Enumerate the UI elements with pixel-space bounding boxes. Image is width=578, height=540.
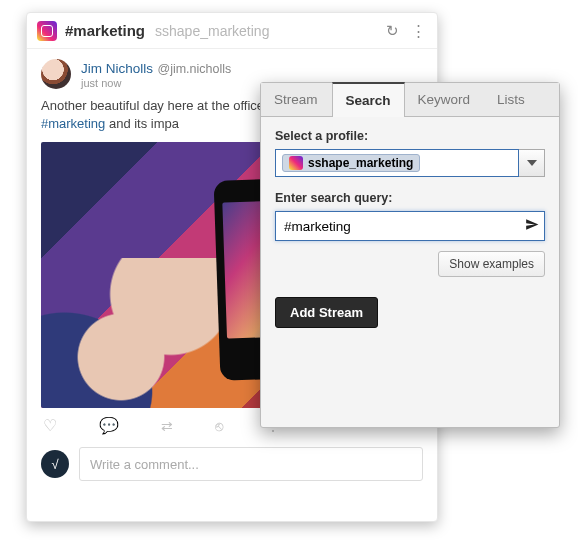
query-label: Enter search query: xyxy=(275,191,545,205)
feed-title: #marketing xyxy=(65,22,145,39)
stream-config-panel: Stream Search Keyword Lists Select a pro… xyxy=(260,82,560,428)
brand-avatar[interactable]: √ xyxy=(41,450,69,478)
author-name[interactable]: Jim Nicholls xyxy=(81,61,153,76)
feed-header: #marketing sshape_marketing ↻ ⋮ xyxy=(27,13,437,49)
add-stream-button[interactable]: Add Stream xyxy=(275,297,378,328)
chevron-down-icon[interactable] xyxy=(519,149,545,177)
instagram-icon xyxy=(37,21,57,41)
tab-keyword[interactable]: Keyword xyxy=(405,83,485,116)
more-icon[interactable]: ⋮ xyxy=(409,22,427,40)
repost-icon[interactable]: ⇄ xyxy=(161,418,173,434)
profile-select[interactable]: sshape_marketing xyxy=(275,149,545,177)
instagram-icon xyxy=(289,156,303,170)
comment-icon[interactable]: 💬 xyxy=(99,416,119,435)
show-examples-button[interactable]: Show examples xyxy=(438,251,545,277)
tab-search[interactable]: Search xyxy=(332,82,405,117)
comment-input[interactable] xyxy=(79,447,423,481)
avatar[interactable] xyxy=(41,59,71,89)
tab-stream[interactable]: Stream xyxy=(261,83,332,116)
like-icon[interactable]: ♡ xyxy=(43,416,57,435)
profile-label: Select a profile: xyxy=(275,129,545,143)
refresh-icon[interactable]: ↻ xyxy=(383,22,401,40)
post-time: just now xyxy=(81,77,231,89)
profile-pill[interactable]: sshape_marketing xyxy=(282,154,420,172)
submit-icon[interactable] xyxy=(525,218,539,235)
profile-value: sshape_marketing xyxy=(308,156,413,170)
post-hashtag[interactable]: #marketing xyxy=(41,116,105,131)
author-handle: @jim.nicholls xyxy=(157,62,231,76)
search-query-input[interactable] xyxy=(275,211,545,241)
share-icon[interactable]: ⎋ xyxy=(215,418,223,434)
feed-subtitle: sshape_marketing xyxy=(155,23,269,39)
tab-lists[interactable]: Lists xyxy=(484,83,539,116)
comment-row: √ xyxy=(27,443,437,495)
post-text-part: and its impa xyxy=(105,116,179,131)
tabs: Stream Search Keyword Lists xyxy=(261,83,559,117)
